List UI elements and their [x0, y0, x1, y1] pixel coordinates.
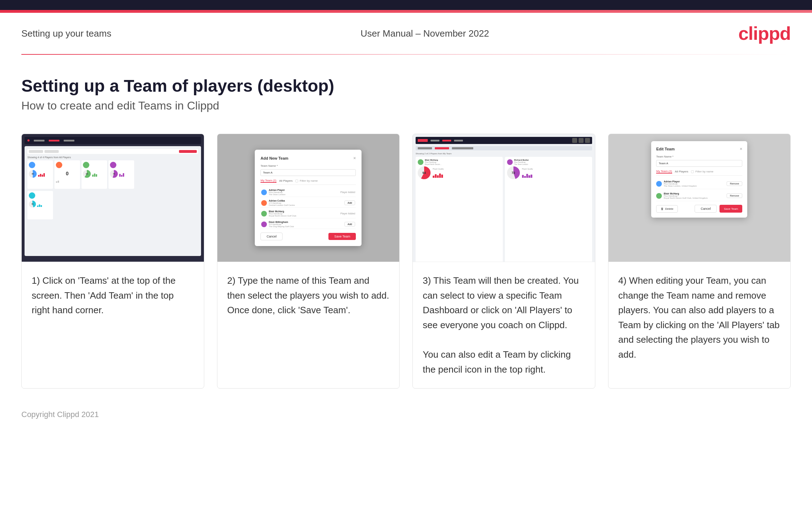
ss1-bar-2b	[58, 181, 59, 183]
edit-team-modal: Edit Team × Team Name * My Team (2) All …	[651, 141, 747, 218]
ss1-player-card-3: 94	[81, 160, 107, 189]
edit-cancel-button[interactable]: Cancel	[695, 205, 717, 213]
ss3-action1	[572, 138, 577, 143]
ss3-header	[416, 137, 592, 144]
tab-my-team[interactable]: My Team (2)	[260, 179, 276, 183]
ss1-player-card-4: 78	[109, 160, 134, 189]
card-3-text1: 3) This Team will then be created. You c…	[423, 275, 579, 330]
player-2-details: Adrian Coliba 1.5 Handicap Central Londo…	[269, 199, 295, 206]
player-4-avatar	[261, 222, 267, 227]
edit-player-1-left: Adrian Player Plus Handicap The Stow Lon…	[656, 180, 697, 187]
edit-filter-checkbox[interactable]	[691, 170, 694, 173]
edit-player-item-2: Blair McHarg Plus Handicap Royal North D…	[656, 191, 742, 201]
player-3-name: Blair McHarg	[269, 210, 296, 213]
team-name-label: Team Name *	[260, 164, 356, 167]
ss1-nav-logo	[27, 139, 30, 142]
screenshot-3: Showing 2 of 2 Players from My Team Blai…	[413, 134, 595, 262]
ss3-action3	[585, 138, 590, 143]
ss3-sub-nav3	[452, 147, 473, 149]
edit-player-2-remove-button[interactable]: Remove	[727, 193, 742, 198]
ss3-richard-score: 72	[507, 166, 520, 179]
player-item-3: Blair McHarg Plus Handicap Royal North D…	[260, 209, 356, 218]
clippd-logo: clippd	[738, 23, 791, 44]
edit-team-name-input[interactable]	[656, 160, 742, 167]
trash-icon: 🗑	[661, 207, 664, 210]
edit-action-buttons: Cancel Save Team	[695, 205, 742, 213]
ss1-avatar-2	[56, 162, 62, 168]
edit-tab-all-players[interactable]: All Players	[675, 170, 689, 173]
card-step-4: Edit Team × Team Name * My Team (2) All …	[608, 134, 791, 389]
screenshot-1: Showing 4 of 4 Players from All Players	[22, 134, 204, 262]
ss1-bar-1b	[40, 174, 41, 177]
ss1-filters	[27, 149, 198, 154]
ss3-blair-bars	[433, 171, 444, 178]
ss1-bar-3c	[96, 174, 97, 177]
ss1-player-card-1: 84	[27, 160, 53, 189]
player-1-name: Adrian Player	[269, 189, 285, 191]
ss1-score-1: 84	[29, 170, 37, 178]
ss3-card-blair: Blair McHarg Plus Handicap Royal North D…	[416, 157, 503, 262]
ss1-bars-5	[37, 201, 42, 207]
ss1-bar-1c	[42, 175, 43, 177]
ss3-blair-avatar	[418, 159, 423, 165]
edit-player-2-club: Royal North Devon Golf Club, United King…	[664, 197, 707, 199]
player-3-avatar	[261, 211, 267, 217]
ss1-score-0: 0	[56, 171, 79, 176]
ss1-avatar-3	[83, 162, 89, 168]
ss3-bar-2	[435, 174, 437, 178]
ss1-bars-2	[56, 177, 79, 183]
team-name-input[interactable]	[260, 169, 356, 176]
ss1-bar-5c	[41, 205, 42, 207]
edit-delete-button[interactable]: 🗑 Delete	[656, 205, 678, 213]
edit-save-team-button[interactable]: Save Team	[719, 205, 742, 213]
footer: Copyright Clippd 2021	[0, 403, 812, 430]
player-2-name: Adrian Coliba	[269, 199, 295, 202]
ss1-player-card-5: 72	[27, 191, 53, 219]
ss1-nav-teams	[49, 140, 59, 142]
edit-modal-close-icon[interactable]: ×	[740, 146, 743, 151]
modal-save-team-button[interactable]: Save Team	[328, 233, 356, 240]
ss3-showing: Showing 2 of 2 Players from My Team	[416, 153, 592, 155]
ss3-richard-bars	[522, 171, 533, 178]
modal-close-icon[interactable]: ×	[353, 155, 356, 161]
card-2-text: 2) Type the name of this Team and then s…	[217, 262, 400, 388]
modal-cancel-button[interactable]: Cancel	[260, 233, 283, 240]
player-1-details: Adrian Player Plus Handicap The Stow Lon…	[269, 189, 285, 196]
page-subtitle: How to create and edit Teams in Clippd	[21, 99, 791, 112]
edit-tab-my-team[interactable]: My Team (2)	[656, 170, 672, 174]
player-item-4: Dave Billingham 3.6 Handicap The Dog May…	[260, 220, 356, 229]
ss3-nav3	[454, 140, 463, 142]
edit-player-2-details: Blair McHarg Plus Handicap Royal North D…	[664, 192, 707, 199]
edit-modal-header: Edit Team ×	[656, 146, 742, 151]
card-3-text2: You can also edit a Team by clicking the…	[423, 349, 571, 375]
card-step-3: Showing 2 of 2 Players from My Team Blai…	[412, 134, 595, 389]
ss1-body: Showing 4 of 4 Players from All Players	[25, 146, 201, 256]
ss3-rbar-1	[522, 175, 524, 178]
player-4-name: Dave Billingham	[269, 221, 294, 223]
tab-all-players[interactable]: All Players	[279, 179, 293, 182]
player-4-add-button[interactable]: Add	[344, 222, 355, 226]
card-step-1: Showing 4 of 4 Players from All Players	[21, 134, 204, 389]
player-4-left: Dave Billingham 3.6 Handicap The Dog May…	[261, 221, 294, 228]
ss1-bar-4a	[119, 174, 121, 177]
edit-player-1-remove-button[interactable]: Remove	[727, 181, 742, 186]
edit-filter-label: Filter by name	[695, 170, 713, 173]
ss3-blair-score-label: Player Quality	[433, 168, 444, 170]
edit-team-name-label: Team Name *	[656, 155, 742, 158]
ss3-sub-nav2	[435, 147, 449, 149]
edit-player-item-1: Adrian Player Plus Handicap The Stow Lon…	[656, 178, 742, 189]
page-header: Setting up your teams User Manual – Nove…	[0, 13, 812, 54]
ss3-bar-3	[437, 175, 439, 178]
filter-label: Filter by name	[300, 179, 318, 182]
ss1-bar-1a	[38, 175, 39, 177]
ss1-avatar-1	[29, 162, 35, 168]
player-2-add-button[interactable]: Add	[344, 201, 355, 205]
ss1-bar-5a	[37, 206, 38, 207]
screenshot-2: Add New Team × Team Name * My Team (2) A…	[217, 134, 400, 262]
player-1-status: Player Added	[341, 191, 355, 193]
ss1-nav-bar	[25, 137, 201, 144]
card-3-text: 3) This Team will then be created. You c…	[413, 262, 595, 388]
edit-filter-by-name: Filter by name	[691, 170, 713, 173]
filter-checkbox[interactable]	[295, 180, 298, 182]
ss1-bars-4	[119, 171, 124, 177]
